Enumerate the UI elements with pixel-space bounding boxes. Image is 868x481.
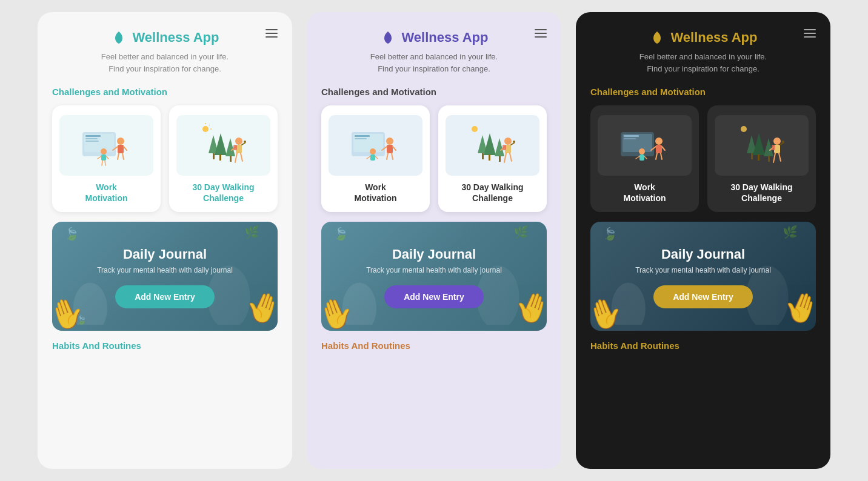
logo-icon-dark	[649, 29, 666, 46]
journal-card-dark: 🍃 🌿 ✋ ✋ Daily Journal Track your mental …	[590, 222, 816, 331]
svg-line-14	[106, 156, 109, 159]
walking-illustration-purple	[446, 115, 539, 176]
work-motivation-label-purple: WorkMotivation	[355, 182, 397, 204]
add-entry-button-light[interactable]: Add New Entry	[115, 285, 215, 308]
svg-line-16	[105, 161, 105, 165]
app-logo: Wellness App	[110, 29, 219, 46]
walking-challenge-card-dark[interactable]: 30 Day WalkingChallenge	[707, 105, 816, 212]
work-motivation-label-light: WorkMotivation	[85, 182, 128, 204]
svg-rect-37	[355, 135, 370, 137]
svg-line-15	[102, 161, 102, 165]
journal-card-purple: 🍃 🌿 ✋ ✋ Daily Journal Track your mental …	[321, 222, 547, 331]
app-title-purple: Wellness App	[401, 30, 488, 45]
header-purple: Wellness App Feel better and balanced in…	[321, 29, 547, 75]
work-motivation-illustration-purple	[329, 115, 422, 176]
svg-line-71	[662, 147, 665, 150]
svg-line-61	[510, 153, 512, 161]
journal-card-light: 🍃 🌿 🍃 ✋ ✋ Daily Journal Track your menta…	[52, 222, 278, 331]
svg-point-5	[117, 138, 124, 145]
svg-point-74	[639, 148, 645, 154]
svg-point-59	[513, 141, 515, 143]
svg-line-60	[504, 153, 506, 162]
svg-line-73	[661, 153, 662, 159]
svg-line-8	[124, 147, 127, 150]
phone-purple: Wellness App Feel better and balanced in…	[307, 12, 561, 469]
leaf-decor-d2: 🌿	[783, 225, 798, 239]
svg-rect-4	[85, 141, 99, 142]
add-entry-button-purple[interactable]: Add New Entry	[384, 285, 484, 308]
svg-point-11	[101, 148, 107, 154]
app-logo-dark: Wellness App	[649, 29, 757, 46]
leaf-decor-p2: 🌿	[513, 225, 529, 239]
work-motivation-card-light[interactable]: WorkMotivation	[52, 105, 161, 212]
svg-line-58	[511, 143, 514, 145]
svg-marker-50	[484, 133, 496, 155]
svg-rect-54	[499, 156, 501, 162]
svg-marker-79	[753, 133, 765, 155]
svg-point-27	[244, 141, 246, 143]
svg-point-39	[386, 138, 393, 145]
leaf-decor-2: 🌿	[244, 225, 259, 239]
svg-line-29	[241, 153, 242, 161]
logo-icon-purple	[379, 29, 396, 46]
header-dark: Wellness App Feel better and balanced in…	[590, 29, 816, 75]
work-motivation-card-purple[interactable]: WorkMotivation	[321, 105, 430, 212]
walking-challenge-card-light[interactable]: 30 Day WalkingChallenge	[169, 105, 278, 212]
svg-line-77	[644, 156, 647, 159]
leaf-decor-d1: 🍃	[603, 227, 618, 241]
hamburger-menu-dark[interactable]	[804, 29, 816, 38]
svg-rect-46	[370, 154, 375, 161]
svg-point-92	[741, 126, 747, 132]
hand-left-decor-dark: ✋	[590, 292, 629, 331]
svg-rect-67	[624, 138, 636, 139]
journal-title-light: Daily Journal	[123, 247, 207, 262]
svg-line-43	[387, 153, 388, 159]
walking-challenge-card-purple[interactable]: 30 Day WalkingChallenge	[438, 105, 547, 212]
hand-left-decor: ✋	[52, 292, 90, 331]
challenge-grid-purple: WorkMotivation	[321, 105, 547, 212]
app-logo-purple: Wellness App	[379, 29, 488, 46]
svg-point-63	[472, 126, 478, 132]
app-tagline: Feel better and balanced in your life.Fi…	[101, 51, 229, 75]
challenges-title-light: Challenges and Motivation	[52, 87, 278, 97]
leaf-decor-1: 🍃	[64, 227, 79, 241]
walking-challenge-label-dark: 30 Day WalkingChallenge	[730, 182, 792, 204]
hamburger-menu-purple[interactable]	[535, 29, 547, 38]
app-title-dark: Wellness App	[670, 30, 757, 45]
phone-light: Wellness App Feel better and balanced in…	[38, 12, 292, 469]
svg-rect-38	[355, 138, 367, 139]
hand-left-decor-purple: ✋	[321, 292, 359, 331]
habits-title-purple: Habits And Routines	[321, 340, 547, 351]
svg-line-44	[392, 153, 393, 159]
svg-line-48	[375, 156, 378, 159]
challenge-grid-light: WorkMotivation	[52, 105, 278, 212]
svg-line-13	[98, 156, 101, 159]
hand-right-decor: ✋	[239, 286, 278, 330]
hand-right-decor-dark: ✋	[778, 286, 816, 330]
header-light: Wellness App Feel better and balanced in…	[52, 29, 278, 75]
hamburger-menu[interactable]	[265, 29, 278, 38]
svg-line-76	[636, 156, 639, 159]
walking-illustration-dark	[715, 115, 809, 176]
svg-rect-3	[85, 138, 98, 139]
challenge-grid-dark: WorkMotivation	[590, 105, 816, 212]
svg-rect-83	[768, 156, 770, 162]
work-motivation-illustration-dark	[598, 115, 692, 176]
svg-line-10	[122, 153, 124, 159]
walking-illustration	[176, 115, 270, 176]
journal-subtitle-light: Track your mental health with daily jour…	[97, 266, 233, 274]
svg-rect-69	[656, 145, 662, 153]
svg-point-55	[504, 138, 512, 145]
journal-subtitle-purple: Track your mental health with daily jour…	[366, 266, 502, 274]
svg-line-90	[779, 153, 781, 161]
svg-rect-40	[387, 145, 393, 153]
work-motivation-card-dark[interactable]: WorkMotivation	[590, 105, 699, 212]
hand-right-decor-purple: ✋	[509, 286, 547, 330]
svg-rect-53	[489, 154, 490, 161]
svg-rect-82	[758, 154, 760, 161]
svg-rect-91	[772, 145, 775, 150]
challenges-title-dark: Challenges and Motivation	[590, 87, 816, 97]
svg-point-88	[782, 141, 784, 143]
svg-rect-52	[482, 153, 484, 159]
add-entry-button-dark[interactable]: Add New Entry	[653, 285, 753, 308]
